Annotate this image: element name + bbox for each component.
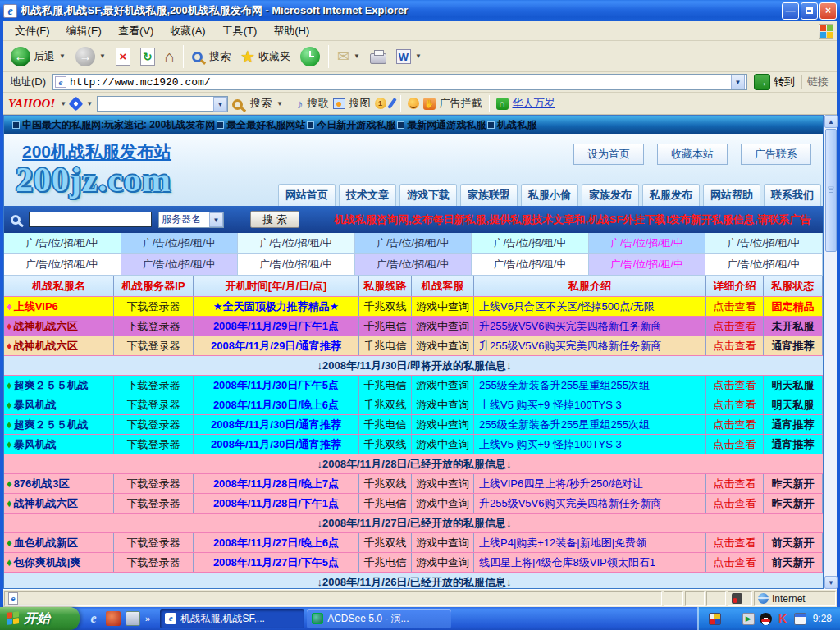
detail-link[interactable]: 点击查看: [706, 297, 764, 316]
smiley-icon[interactable]: [408, 98, 419, 109]
image-search-button[interactable]: 搜图: [349, 96, 371, 111]
download-launcher-link[interactable]: 下载登录器: [114, 395, 194, 414]
home-button[interactable]: ⌂: [161, 46, 179, 67]
tray-icon-scheduler[interactable]: [794, 613, 806, 625]
scroll-down-icon[interactable]: ▼: [824, 576, 838, 589]
detail-link[interactable]: 点击查看: [706, 533, 764, 552]
mail-button[interactable]: ✉ ▼: [333, 46, 364, 67]
vertical-scrollbar[interactable]: ▲ ▼: [824, 115, 837, 589]
assistant-flower-icon[interactable]: [68, 96, 83, 111]
yahoo-logo[interactable]: YAHOO!: [8, 97, 55, 111]
header-action-button[interactable]: 广告联系: [741, 144, 811, 165]
back-dropdown-icon[interactable]: ▼: [59, 52, 66, 60]
maximize-button[interactable]: [801, 2, 818, 20]
server-name-link[interactable]: 包你爽机战|爽: [14, 555, 81, 570]
nav-tab[interactable]: 网站帮助: [703, 184, 760, 206]
promo-link[interactable]: 华人万岁: [513, 96, 555, 111]
scrollbar-thumb[interactable]: [825, 129, 837, 252]
server-name-link[interactable]: 战神机战六区: [14, 339, 78, 354]
header-action-button[interactable]: 收藏本站: [657, 144, 728, 165]
ad-slot[interactable]: 广/告/位/招/租/中: [355, 233, 472, 254]
yahoo-search-button[interactable]: 搜索: [250, 96, 272, 111]
ad-slot[interactable]: 广/告/位/招/租/中: [121, 233, 239, 254]
server-name-link[interactable]: 战神机战六区: [14, 319, 78, 334]
download-launcher-link[interactable]: 下载登录器: [114, 376, 194, 395]
ad-slot[interactable]: 广/告/位/招/租/中: [705, 254, 823, 276]
ad-slot[interactable]: 广/告/位/招/租/中: [472, 254, 589, 276]
search-type-select[interactable]: 服务器名 ▼: [158, 212, 224, 228]
back-button[interactable]: ← 后退 ▼: [7, 45, 70, 68]
server-name-link[interactable]: 上线VIP6: [14, 299, 58, 314]
detail-link[interactable]: 点击查看: [706, 395, 764, 414]
ad-slot[interactable]: 广/告/位/招/租/中: [121, 254, 239, 276]
minimize-button[interactable]: —: [782, 2, 799, 20]
detail-link[interactable]: 点击查看: [706, 474, 764, 493]
tray-icon-qq[interactable]: [760, 613, 772, 625]
yahoo-search-input[interactable]: ▼: [97, 96, 228, 112]
marquee-link[interactable]: 今日新开游戏私服: [305, 118, 395, 132]
forward-button[interactable]: → ▼: [71, 45, 110, 68]
edit-word-button[interactable]: W ▼: [392, 48, 426, 66]
download-launcher-link[interactable]: 下载登录器: [114, 317, 194, 336]
nav-tab[interactable]: 家族联盟: [460, 184, 518, 206]
menu-item[interactable]: 编辑(E): [58, 21, 110, 41]
yahoo-search-more-icon[interactable]: ▼: [276, 100, 283, 107]
server-name-link[interactable]: 暴风机战: [14, 398, 57, 413]
tray-icon-player[interactable]: ▶: [742, 613, 755, 625]
detail-link[interactable]: 点击查看: [706, 317, 764, 336]
download-launcher-link[interactable]: 下载登录器: [114, 435, 194, 454]
quick-launch-overflow-icon[interactable]: »: [145, 614, 150, 623]
stop-button[interactable]: ×: [112, 46, 135, 67]
download-launcher-link[interactable]: 下载登录器: [114, 474, 194, 493]
site-logo[interactable]: 200jz.com: [16, 160, 171, 199]
detail-link[interactable]: 点击查看: [706, 415, 764, 434]
taskbar-task-button[interactable]: ACDSee 5.0 - 演...: [307, 609, 451, 628]
download-launcher-link[interactable]: 下载登录器: [114, 415, 194, 434]
server-name-link[interactable]: 战神机战六区: [14, 496, 78, 511]
detail-link[interactable]: 点击查看: [706, 376, 764, 395]
go-button[interactable]: → 转到: [751, 74, 798, 90]
nav-tab[interactable]: 网站首页: [278, 184, 336, 206]
detail-link[interactable]: 点击查看: [706, 336, 764, 355]
ad-slot[interactable]: 广/告/位/招/租/中: [705, 233, 823, 254]
yahoo-search-dropdown-icon[interactable]: ▼: [213, 97, 227, 112]
nav-tab[interactable]: 技术文章: [339, 184, 396, 206]
server-name-link[interactable]: 血色机战新区: [14, 536, 78, 550]
ad-slot[interactable]: 广/告/位/招/租/中: [589, 233, 706, 254]
server-name-link[interactable]: 暴风机战: [14, 437, 57, 452]
detail-link[interactable]: 点击查看: [706, 553, 764, 572]
address-input[interactable]: e http://www.mc1920.com/ ▼: [52, 74, 747, 90]
marquee-link[interactable]: 机战私服: [486, 118, 536, 132]
ad-block-button[interactable]: 广告拦截: [440, 96, 482, 111]
nav-tab[interactable]: 私服小偷: [521, 184, 578, 206]
server-name-link[interactable]: 超爽２５５机战: [14, 418, 89, 432]
server-name-link[interactable]: 876机战3区: [14, 477, 70, 491]
assistant-dropdown-icon[interactable]: ▼: [86, 100, 93, 107]
yahoo-dropdown-icon[interactable]: ▼: [60, 100, 66, 107]
download-launcher-link[interactable]: 下载登录器: [114, 533, 194, 552]
server-name-link[interactable]: 超爽２５５机战: [14, 378, 89, 393]
server-search-input[interactable]: [29, 212, 152, 227]
scrollbar-track[interactable]: [824, 253, 837, 576]
ad-slot[interactable]: 广/告/位/招/租/中: [4, 233, 121, 254]
menu-item[interactable]: 文件(F): [7, 21, 58, 41]
ad-slot[interactable]: 广/告/位/招/租/中: [238, 233, 355, 254]
highlight-pen-icon[interactable]: [387, 98, 396, 109]
edit-dropdown-icon[interactable]: ▼: [415, 52, 422, 60]
url-text[interactable]: http://www.mc1920.com/: [70, 76, 731, 89]
menu-item[interactable]: 查看(V): [110, 21, 162, 41]
song-search-button[interactable]: 搜歌: [308, 96, 329, 111]
links-label[interactable]: 链接: [801, 75, 833, 89]
download-launcher-link[interactable]: 下载登录器: [114, 336, 194, 355]
mail-dropdown-icon[interactable]: ▼: [354, 52, 360, 60]
nav-tab[interactable]: 游戏下载: [399, 184, 457, 206]
menu-item[interactable]: 帮助(H): [265, 21, 317, 41]
nav-tab[interactable]: 家族发布: [582, 184, 639, 206]
ad-slot[interactable]: 广/告/位/招/租/中: [472, 233, 589, 254]
marquee-link[interactable]: 最全最好私服网站: [215, 118, 305, 132]
show-desktop-icon[interactable]: [126, 611, 140, 626]
download-launcher-link[interactable]: 下载登录器: [114, 494, 194, 513]
menu-item[interactable]: 工具(T): [214, 21, 266, 41]
refresh-button[interactable]: ↻: [136, 46, 159, 67]
tray-icon-ime[interactable]: [709, 613, 721, 625]
